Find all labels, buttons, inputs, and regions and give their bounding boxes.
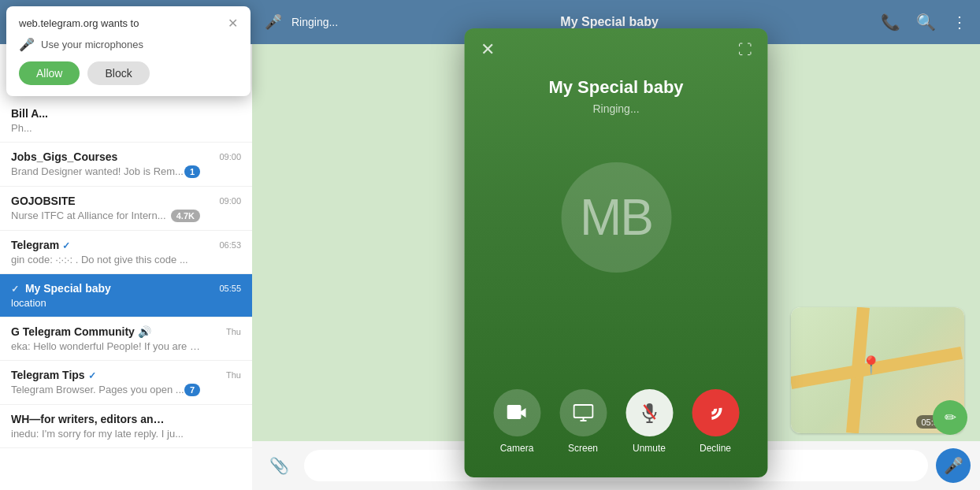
screen-label: Screen: [568, 443, 598, 454]
call-controls: Camera Screen: [477, 389, 755, 454]
chat-preview: Ph...: [11, 122, 200, 134]
camera-control[interactable]: Camera: [493, 389, 540, 454]
map-pin-icon: 📍: [860, 355, 882, 376]
sidebar: web.telegram.org wants to ✕ 🎤 Use your m…: [0, 0, 252, 490]
permission-popup: web.telegram.org wants to ✕ 🎤 Use your m…: [6, 6, 251, 96]
unmute-icon: [641, 403, 657, 423]
list-item[interactable]: G Telegram Community 🔊 Thu eka: Hello wo…: [0, 317, 252, 361]
unmute-label: Unmute: [633, 443, 666, 454]
chat-time: 06:53: [219, 240, 241, 250]
mute-icon: 🎤: [265, 13, 282, 31]
permission-title: web.telegram.org wants to: [19, 17, 139, 31]
chat-preview: gin code: ·:·:·: . Do not give this code…: [11, 254, 200, 265]
chat-name: Jobs_Gigs_Courses: [11, 150, 117, 163]
chat-preview: eka: Hello wonderful People! If you are …: [11, 340, 200, 352]
chat-preview: Nurse ITFC at Alliance for Intern... 4.7…: [11, 210, 200, 222]
chat-preview: Telegram Browser. Pages you open ... 7: [11, 384, 200, 396]
chat-name: Bill A...: [11, 107, 48, 120]
more-icon[interactable]: ⋮: [952, 13, 967, 32]
chat-name: WH—for writers, editors and creative: [11, 413, 169, 425]
chat-name: ✓ My Special baby: [11, 282, 111, 295]
screen-control[interactable]: Screen: [559, 389, 607, 454]
call-avatar-initials: MB: [580, 188, 652, 247]
permission-popup-header: web.telegram.org wants to ✕: [19, 17, 238, 31]
chat-item-header: G Telegram Community 🔊 Thu: [11, 325, 241, 338]
chat-time: Thu: [226, 370, 241, 380]
chat-item-header: ✓ My Special baby 05:55: [11, 282, 241, 295]
contact-name-topbar: My Special baby: [560, 15, 659, 29]
call-modal: ✕ ⛶ My Special baby Ringing... MB Camera: [465, 28, 768, 477]
call-close-button[interactable]: ✕: [481, 41, 495, 58]
chat-item-header: Jobs_Gigs_Courses 09:00: [11, 150, 241, 163]
block-button[interactable]: Block: [87, 61, 149, 85]
mic-button[interactable]: 🎤: [936, 448, 971, 483]
permission-description: Use your microphones: [41, 39, 143, 50]
permission-buttons: Allow Block: [19, 61, 238, 85]
call-contact-name: My Special baby: [548, 77, 683, 98]
phone-icon[interactable]: 📞: [881, 13, 900, 32]
call-modal-header: ✕ ⛶: [465, 28, 768, 71]
list-item[interactable]: Bill A... Ph...: [0, 99, 252, 143]
chat-time: Thu: [226, 327, 241, 336]
topbar-right: 📞 🔍 ⋮: [881, 13, 967, 32]
chat-name: Telegram ✓: [11, 239, 70, 251]
verified-icon: ✓: [62, 240, 70, 251]
chat-time: 09:00: [219, 196, 241, 206]
chat-time: 09:00: [219, 152, 241, 161]
ringing-status: Ringing...: [291, 16, 338, 28]
chat-name: GOJOBSITE: [11, 195, 76, 207]
mic-icon: 🎤: [19, 37, 35, 52]
chat-item-header: GOJOBSITE 09:00: [11, 195, 241, 207]
compose-button[interactable]: ✏: [933, 400, 967, 435]
list-item-active[interactable]: ✓ My Special baby 05:55 location: [0, 274, 252, 317]
svg-rect-0: [574, 405, 592, 418]
chat-name: Telegram Tips ✓: [11, 369, 96, 381]
chat-list: Bill A... Ph... Jobs_Gigs_Courses 09:00 …: [0, 99, 252, 490]
chat-item-header: WH—for writers, editors and creative: [11, 413, 241, 425]
screen-icon: [573, 404, 593, 421]
call-avatar: MB: [561, 162, 671, 273]
list-item[interactable]: Telegram ✓ 06:53 gin code: ·:·:·: . Do n…: [0, 231, 252, 274]
search-icon[interactable]: 🔍: [916, 13, 936, 32]
camera-label: Camera: [500, 443, 534, 454]
chat-preview: location: [11, 297, 200, 309]
chat-preview: inedu: I'm sorry for my late reply. I ju…: [11, 428, 200, 440]
decline-icon: [704, 402, 726, 424]
chat-preview: Brand Designer wanted! Job is Rem... 1: [11, 165, 200, 178]
permission-body: 🎤 Use your microphones: [19, 37, 238, 52]
attachment-button[interactable]: 📎: [262, 448, 296, 483]
decline-circle: [692, 389, 739, 436]
app-container: web.telegram.org wants to ✕ 🎤 Use your m…: [0, 0, 980, 490]
main-chat: 🎤 Ringing... My Special baby 📞 🔍 ⋮ Today: [252, 0, 980, 490]
decline-label: Decline: [700, 443, 731, 454]
list-item[interactable]: WH—for writers, editors and creative ine…: [0, 405, 252, 448]
list-item[interactable]: GOJOBSITE 09:00 Nurse ITFC at Alliance f…: [0, 187, 252, 231]
chat-time: 05:55: [219, 284, 241, 293]
camera-icon: [507, 405, 527, 421]
allow-button[interactable]: Allow: [19, 61, 80, 85]
call-banner: 🎤 Ringing...: [265, 13, 338, 31]
list-item[interactable]: Jobs_Gigs_Courses 09:00 Brand Designer w…: [0, 143, 252, 187]
decline-control[interactable]: Decline: [692, 389, 739, 454]
chat-item-header: Telegram Tips ✓ Thu: [11, 369, 241, 381]
camera-circle: [493, 389, 540, 436]
check-icon: ✓: [11, 284, 19, 295]
call-expand-button[interactable]: ⛶: [738, 42, 752, 58]
chat-name: G Telegram Community 🔊: [11, 325, 151, 338]
call-status: Ringing...: [592, 102, 639, 115]
verified-icon: ✓: [88, 370, 96, 381]
unmute-control[interactable]: Unmute: [625, 389, 673, 454]
chat-item-header: Bill A...: [11, 107, 241, 120]
list-item[interactable]: Telegram Tips ✓ Thu Telegram Browser. Pa…: [0, 361, 252, 405]
chat-item-header: Telegram ✓ 06:53: [11, 239, 241, 251]
permission-close-icon[interactable]: ✕: [228, 17, 238, 30]
unmute-circle: [625, 389, 673, 436]
screen-circle: [559, 389, 607, 436]
